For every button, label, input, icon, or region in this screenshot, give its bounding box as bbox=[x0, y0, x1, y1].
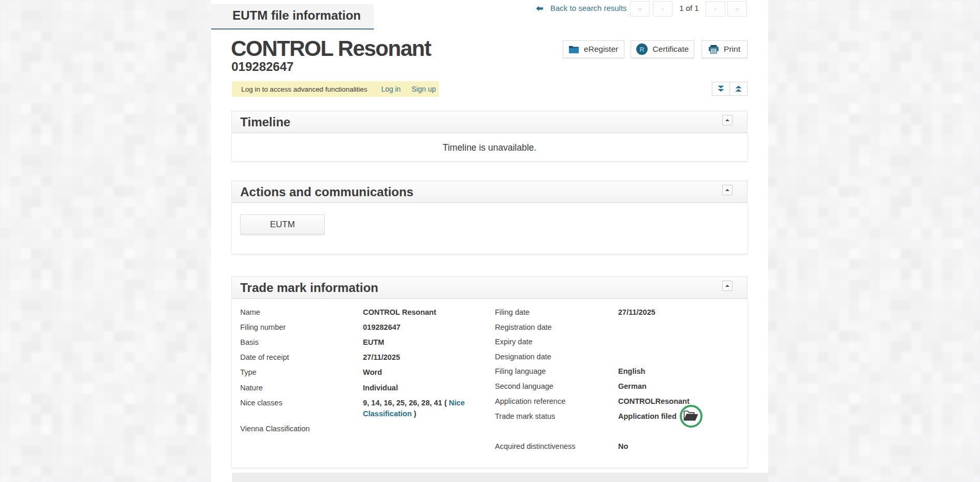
svg-text:R: R bbox=[639, 46, 644, 53]
